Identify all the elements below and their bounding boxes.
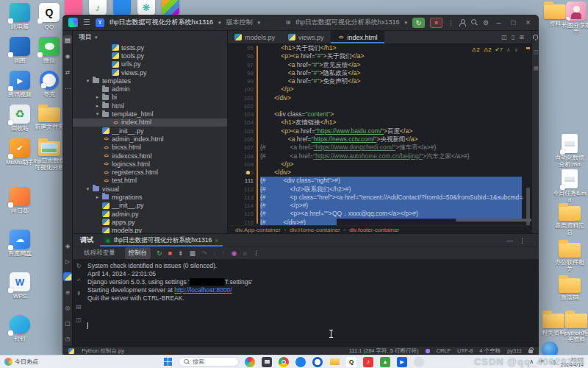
step-into-icon[interactable]: ↓ xyxy=(213,250,217,257)
tree-item[interactable]: ▸migrations xyxy=(73,193,227,201)
code-line[interactable]: <a href="#">免责声明</a> xyxy=(260,77,360,85)
taskbar-app-bluephone[interactable] xyxy=(295,357,306,367)
minimize-panel-icon[interactable]: — xyxy=(506,237,513,244)
code-line[interactable]: </p> xyxy=(260,160,293,169)
project-name[interactable]: thp日志数据可视化分析系统hx1316 xyxy=(110,18,213,27)
layout-icon[interactable]: ▯ xyxy=(512,34,514,40)
desktop-icon-微信[interactable]: 微信 xyxy=(32,37,66,64)
services-tool-icon[interactable]: ≋ xyxy=(63,288,72,297)
line-separator[interactable]: CRLF xyxy=(437,347,451,354)
indent-style[interactable]: 4 个空格 xyxy=(479,347,501,355)
taskbar-app-bluetri[interactable]: ▶ xyxy=(397,357,407,367)
debug-panel-title[interactable]: 调试 xyxy=(80,236,93,245)
tree-item[interactable]: __init__.py xyxy=(73,202,227,210)
interpreter[interactable]: py311 xyxy=(507,347,522,354)
minimize-button[interactable]: – xyxy=(494,18,503,26)
code-line[interactable]: <a href="#">隐私政策</a> xyxy=(260,69,360,77)
tree-item[interactable]: ▸bi xyxy=(73,93,227,102)
todo-tool-icon[interactable]: ◷ xyxy=(63,334,72,343)
code-line[interactable]: <h1>关于我们</h1> xyxy=(260,44,336,52)
desktop-icon-python相关资料[interactable]: python相关资料 xyxy=(562,311,588,343)
notifications-bell-icon[interactable] xyxy=(533,35,538,39)
hidden-icons-chevron[interactable]: ∧ xyxy=(529,358,534,365)
taskbar-search[interactable]: 搜索 xyxy=(179,357,239,367)
step-out-icon[interactable]: ↑ xyxy=(222,250,226,257)
chevron-icon[interactable]: ▾ xyxy=(95,111,100,117)
pull-requests-tool-icon[interactable]: ⇄ xyxy=(63,68,72,77)
clear-icon[interactable]: ⌀ xyxy=(243,250,246,257)
close-tab-icon[interactable]: × xyxy=(215,237,218,244)
tree-item[interactable]: <>index.html xyxy=(73,118,227,127)
tab-views.py[interactable]: views.py xyxy=(282,31,331,43)
desktop-icon-夸克[interactable]: 夸克 xyxy=(32,71,66,98)
clear-icon[interactable]: ◫ xyxy=(76,316,82,323)
resume-icon[interactable]: ⇟ xyxy=(178,250,184,257)
project-tool-icon[interactable]: ▤ xyxy=(63,35,72,44)
panel-options-icon[interactable]: ⋮ xyxy=(519,237,526,244)
tree-item[interactable]: <>test.html xyxy=(73,177,227,185)
tree-item[interactable]: <>indexcss.html xyxy=(73,152,227,160)
step-over-icon[interactable]: ↷ xyxy=(201,250,207,257)
taskbar-app-red[interactable]: ♪ xyxy=(363,357,373,367)
chevron-icon[interactable]: ▸ xyxy=(95,94,100,100)
code-line[interactable]: <div class="content"> xyxy=(260,110,334,118)
split-editor-icon[interactable]: ◫ xyxy=(501,34,507,40)
tree-item[interactable]: urls.py xyxy=(73,60,227,68)
grid-icon[interactable]: ⊞ xyxy=(519,34,524,40)
code-line[interactable]: (# <h2>联系我们</h2>#) xyxy=(260,185,522,194)
rerun-button[interactable]: ↻ xyxy=(412,18,425,28)
tree-item[interactable]: __init__.py xyxy=(73,127,227,135)
breadcrumb-item[interactable]: div.footer-container xyxy=(349,227,399,233)
project-panel-title[interactable]: 项目 xyxy=(79,32,92,42)
more-icon[interactable]: ⋮ xyxy=(253,250,259,257)
tree-item[interactable]: tools.py xyxy=(73,52,227,60)
settings-gear-icon[interactable]: ⚙ xyxy=(483,19,489,26)
tree-item[interactable]: admin.py xyxy=(73,210,227,218)
tree-item[interactable]: ▾template_html xyxy=(73,110,227,118)
code-area[interactable]: <h1>关于我们</h1> <p><a href="#">关于我们</a> <a… xyxy=(260,44,523,225)
maximize-button[interactable]: □ xyxy=(509,18,518,26)
user-account-icon[interactable] xyxy=(459,19,466,26)
encoding[interactable]: UTF-8 xyxy=(457,347,473,354)
desktop-icon-新建文件夹[interactable]: 新建文件夹 xyxy=(32,105,66,130)
desktop-icon-激活码[interactable]: 激活码 xyxy=(553,275,587,301)
code-line[interactable]: (# <div class="right">#) xyxy=(260,177,522,185)
python-console-tool-icon[interactable] xyxy=(63,272,72,281)
console-output[interactable]: System check identified no issues (0 sil… xyxy=(87,262,536,346)
desktop-icon-长图分享助手[interactable]: 长图分享助手 xyxy=(562,1,588,35)
ime-indicator[interactable]: 中 xyxy=(539,358,545,366)
clock[interactable]: 22:03 2024/4/14 xyxy=(561,357,584,367)
tree-item[interactable]: <>bicss.html xyxy=(73,144,227,152)
breadcrumb-item[interactable]: div.Home-container xyxy=(290,227,340,233)
desktop-icon-WPS[interactable]: WWPS xyxy=(3,272,37,300)
terminal-tool-icon[interactable]: ▢ xyxy=(63,319,72,328)
widgets-button[interactable]: 今日热点 xyxy=(0,358,43,366)
music-icon[interactable] xyxy=(89,0,107,15)
taskbar-app-taskview[interactable] xyxy=(262,357,272,367)
commit-tool-icon[interactable]: ◉ xyxy=(63,52,72,60)
main-menu-icon[interactable]: ☰ xyxy=(83,18,90,27)
scroll-to-end-icon[interactable]: ⇟ xyxy=(76,290,82,297)
taskbar-app-brush[interactable] xyxy=(245,357,255,367)
desktop-icon-办公软件相关[interactable]: 办公软件相关 xyxy=(553,240,587,272)
debug-tool-icon[interactable]: ◈ xyxy=(63,241,72,250)
master-icon[interactable] xyxy=(162,0,179,15)
swirl-icon[interactable] xyxy=(137,0,155,15)
desktop-icon-QQ[interactable]: QQQ xyxy=(32,3,66,30)
rerun-icon[interactable]: ↻ xyxy=(76,263,82,269)
desktop-icon-钉钉[interactable]: 钉钉 xyxy=(3,315,37,342)
chevron-icon[interactable]: ▸ xyxy=(95,194,100,200)
soft-wrap-icon[interactable]: ⤶ xyxy=(77,276,80,283)
more-tool-icon[interactable]: ⋯ xyxy=(63,84,72,93)
rerun-icon[interactable]: ↻ xyxy=(157,250,162,257)
code-line[interactable]: </p> xyxy=(260,85,293,93)
ai-assistant-icon[interactable]: ◫ xyxy=(532,49,539,55)
desktop-icon-各类资料汇总[interactable]: 各类资料汇总 xyxy=(553,203,587,236)
tab-index.html[interactable]: <>index.html xyxy=(331,31,384,43)
taskbar-app-photo[interactable]: ▲ xyxy=(380,357,390,367)
volume-icon[interactable]: ◁) xyxy=(550,359,556,365)
chevron-icon[interactable]: ▸ xyxy=(95,103,100,109)
close-button[interactable]: × xyxy=(523,18,533,26)
database-icon[interactable]: ▤ xyxy=(532,66,539,71)
problems-tool-icon[interactable]: ◎ xyxy=(63,303,72,312)
